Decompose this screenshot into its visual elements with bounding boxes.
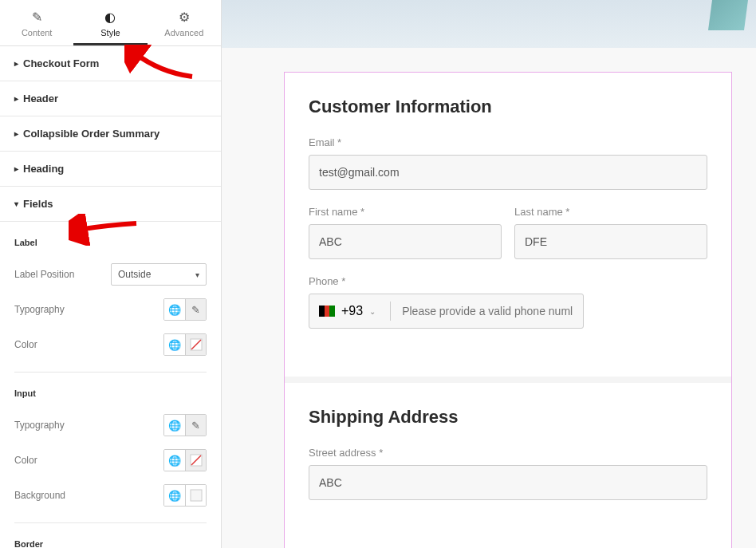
- tab-advanced[interactable]: ⚙ Advanced: [148, 0, 221, 45]
- control-label-text: Background: [14, 490, 65, 501]
- section-checkout-form[interactable]: ▸ Checkout Form: [0, 46, 221, 81]
- divider: [14, 522, 207, 523]
- edit-typography-button[interactable]: ✎: [185, 415, 206, 436]
- background-controls: 🌐: [163, 484, 207, 507]
- hero-image: [708, 0, 748, 30]
- street-label: Street address *: [309, 447, 707, 459]
- hero-banner: [222, 0, 756, 48]
- phone-label: Phone *: [309, 275, 707, 287]
- last-name-label: Last name *: [514, 206, 707, 218]
- chevron-down-icon: ▾: [195, 270, 199, 279]
- caret-right-icon: ▸: [14, 94, 18, 103]
- caret-right-icon: ▸: [14, 129, 18, 138]
- form-widget[interactable]: Customer Information Email * First name …: [284, 72, 732, 548]
- section-heading[interactable]: ▸ Heading: [0, 152, 221, 187]
- preview-area: Customer Information Email * First name …: [222, 0, 756, 548]
- section-label: Fields: [23, 198, 53, 210]
- tab-style[interactable]: ◐ Style: [73, 0, 147, 45]
- pencil-icon: ✎: [191, 420, 200, 432]
- globe-button[interactable]: 🌐: [164, 334, 185, 355]
- typography-controls: 🌐 ✎: [163, 298, 207, 321]
- globe-button[interactable]: 🌐: [164, 450, 185, 471]
- editor-tabs: ✎ Content ◐ Style ⚙ Advanced: [0, 0, 221, 46]
- color-controls: 🌐: [163, 449, 207, 471]
- pencil-icon: ✎: [0, 10, 73, 25]
- control-label-text: Color: [14, 455, 37, 466]
- control-label-text: Typography: [14, 304, 65, 315]
- phone-country-select[interactable]: +93 ⌄: [309, 304, 385, 318]
- control-label-color: Color 🌐: [14, 327, 207, 362]
- globe-icon: 🌐: [168, 304, 181, 316]
- last-name-field-wrap: Last name *: [514, 206, 707, 259]
- control-label-text: Color: [14, 339, 37, 350]
- globe-icon: 🌐: [168, 490, 181, 502]
- globe-icon: 🌐: [168, 339, 181, 351]
- email-label: Email *: [309, 136, 707, 148]
- phone-input[interactable]: [396, 305, 583, 317]
- pencil-icon: ✎: [191, 304, 200, 316]
- color-controls: 🌐: [163, 333, 207, 356]
- first-name-label: First name *: [309, 206, 502, 218]
- section-fields[interactable]: ▾ Fields: [0, 187, 221, 222]
- group-label: Label: [14, 238, 207, 247]
- email-field-wrap: Email *: [309, 136, 707, 190]
- control-label-position: Label Position Outside ▾: [14, 257, 207, 292]
- email-input[interactable]: [309, 155, 707, 190]
- section-label: Header: [23, 93, 58, 104]
- section-label: Collapsible Order Summary: [23, 128, 159, 140]
- section-label: Checkout Form: [23, 57, 99, 69]
- section-title: Shipping Address: [309, 407, 707, 428]
- globe-button[interactable]: 🌐: [164, 299, 185, 320]
- gear-icon: ⚙: [148, 10, 221, 25]
- empty-color-icon: [190, 489, 203, 502]
- globe-icon: 🌐: [168, 420, 181, 432]
- control-input-background: Background 🌐: [14, 478, 207, 513]
- svg-rect-4: [191, 490, 202, 501]
- phone-field-wrap: Phone * +93 ⌄: [309, 275, 707, 329]
- separator: [390, 302, 391, 321]
- control-input-color: Color 🌐: [14, 443, 207, 478]
- color-picker-button[interactable]: [185, 450, 206, 471]
- label-position-select[interactable]: Outside ▾: [111, 263, 207, 286]
- section-title: Customer Information: [309, 97, 707, 117]
- tab-label: Advanced: [164, 28, 203, 37]
- tab-content[interactable]: ✎ Content: [0, 0, 73, 45]
- phone-input-group: +93 ⌄: [309, 294, 584, 329]
- no-color-icon: [190, 338, 203, 351]
- section-label: Heading: [23, 163, 64, 175]
- caret-right-icon: ▸: [14, 164, 18, 173]
- no-color-icon: [190, 454, 203, 467]
- select-value: Outside: [118, 269, 151, 280]
- tab-label: Content: [22, 28, 53, 37]
- globe-button[interactable]: 🌐: [164, 415, 185, 436]
- group-border: Border: [14, 539, 207, 548]
- globe-icon: 🌐: [168, 455, 181, 467]
- section-collapsible-summary[interactable]: ▸ Collapsible Order Summary: [0, 116, 221, 152]
- flag-icon: [319, 306, 335, 317]
- section-header[interactable]: ▸ Header: [0, 81, 221, 116]
- divider: [14, 372, 207, 373]
- tab-label: Style: [100, 28, 120, 37]
- first-name-input[interactable]: [309, 224, 502, 259]
- customer-info-section: Customer Information Email * First name …: [285, 73, 731, 377]
- name-row: First name * Last name *: [309, 206, 707, 275]
- group-input: Input: [14, 388, 207, 398]
- dial-code: +93: [341, 304, 363, 318]
- last-name-input[interactable]: [514, 224, 707, 259]
- shipping-section: Shipping Address Street address *: [285, 377, 731, 548]
- edit-typography-button[interactable]: ✎: [185, 299, 206, 320]
- street-field-wrap: Street address *: [309, 447, 707, 500]
- chevron-down-icon: ⌄: [369, 307, 376, 316]
- contrast-icon: ◐: [73, 10, 147, 25]
- color-picker-button[interactable]: [185, 334, 206, 355]
- color-picker-button[interactable]: [185, 485, 206, 506]
- globe-button[interactable]: 🌐: [164, 485, 185, 506]
- control-input-typography: Typography 🌐 ✎: [14, 408, 207, 443]
- caret-right-icon: ▸: [14, 59, 18, 68]
- control-label-text: Typography: [14, 420, 65, 431]
- control-label-typography: Typography 🌐 ✎: [14, 292, 207, 327]
- caret-down-icon: ▾: [14, 199, 18, 208]
- sidebar: ✎ Content ◐ Style ⚙ Advanced ▸ Checkout …: [0, 0, 222, 548]
- typography-controls: 🌐 ✎: [163, 414, 207, 436]
- street-input[interactable]: [309, 465, 707, 500]
